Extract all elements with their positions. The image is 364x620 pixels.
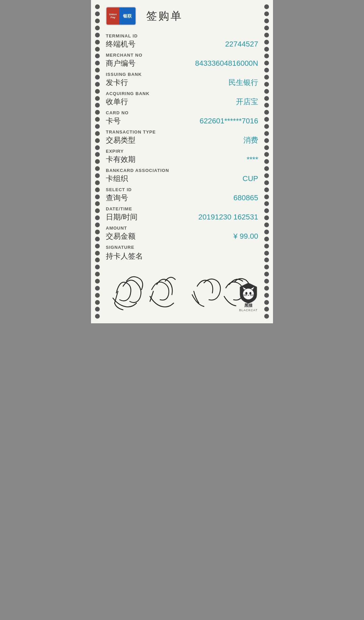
field-label-en-10: AMOUNT (106, 226, 258, 231)
field-label-cn-8: 查询号 (106, 193, 128, 203)
field-label-en-7: BANKCARD ASSOCIATION (106, 168, 258, 173)
field-label-en-4: CARD NO (106, 110, 258, 115)
field-value-3: 开店宝 (236, 97, 258, 107)
field-row-4: 卡号622601******7016 (106, 116, 258, 126)
field-label-cn-2: 发卡行 (106, 78, 128, 88)
field-value-4: 622601******7016 (200, 117, 258, 125)
field-value-5: 消费 (243, 135, 258, 145)
field-label-cn-10: 交易金额 (106, 231, 135, 241)
field-label-cn-7: 卡组织 (106, 174, 128, 184)
field-block-2: ISSUING BANK发卡行民生银行 (106, 72, 258, 88)
receipt-content: UnionPay 银联 签购单 TERMINAL ID终端机号22744527M… (106, 0, 258, 323)
field-label-en-5: TRANSACTION TYPE (106, 129, 258, 135)
field-block-1: MERCHANT NO商户编号84333604816000N (106, 53, 258, 68)
signature-svg (106, 266, 258, 313)
field-block-5: TRANSACTION TYPE交易类型消费 (106, 129, 258, 145)
fields-container: TERMINAL ID终端机号22744527MERCHANT NO商户编号84… (106, 33, 258, 241)
blackcat-watermark: 黑猫 BLACKCAT (239, 282, 258, 312)
field-label-cn-9: 日期/时间 (106, 212, 138, 222)
field-value-2: 民生银行 (229, 78, 258, 88)
field-value-7: CUP (243, 174, 258, 183)
signature-label-en: SIGNATURE (106, 245, 258, 250)
right-dot-strip (260, 0, 273, 323)
signature-section: SIGNATURE 持卡人签名 (106, 245, 258, 313)
field-label-en-9: DATE/TIME (106, 206, 258, 211)
field-value-8: 680865 (234, 194, 258, 202)
receipt-header: UnionPay 银联 签购单 (106, 7, 258, 25)
signature-label-cn: 持卡人签名 (106, 251, 258, 261)
svg-point-3 (245, 292, 247, 295)
field-value-9: 20191230 162531 (199, 213, 258, 222)
field-row-3: 收单行开店宝 (106, 97, 258, 107)
field-block-0: TERMINAL ID终端机号22744527 (106, 33, 258, 49)
field-value-6: **** (247, 155, 258, 164)
field-block-4: CARD NO卡号622601******7016 (106, 110, 258, 126)
left-dot-strip (91, 0, 104, 323)
field-row-6: 卡有效期**** (106, 154, 258, 165)
field-label-en-2: ISSUING BANK (106, 72, 258, 77)
field-block-10: AMOUNT交易金额¥ 99.00 (106, 226, 258, 241)
field-label-cn-6: 卡有效期 (106, 154, 135, 165)
field-row-2: 发卡行民生银行 (106, 78, 258, 88)
field-block-6: EXPIRY卡有效期**** (106, 149, 258, 165)
svg-point-0 (243, 289, 254, 299)
signature-image: 黑猫 BLACKCAT (106, 266, 258, 313)
field-label-cn-0: 终端机号 (106, 39, 135, 49)
field-value-0: 22744527 (225, 40, 258, 49)
field-label-en-6: EXPIRY (106, 149, 258, 154)
field-row-9: 日期/时间20191230 162531 (106, 212, 258, 222)
field-row-1: 商户编号84333604816000N (106, 58, 258, 68)
field-label-cn-3: 收单行 (106, 97, 128, 107)
field-row-7: 卡组织CUP (106, 174, 258, 184)
field-label-cn-5: 交易类型 (106, 135, 135, 145)
field-block-7: BANKCARD ASSOCIATION卡组织CUP (106, 168, 258, 184)
field-label-en-0: TERMINAL ID (106, 33, 258, 38)
field-block-8: SELECT ID查询号680865 (106, 187, 258, 203)
blackcat-brand: 黑猫 (244, 303, 252, 308)
field-block-3: ACQUIRING BANK收单行开店宝 (106, 91, 258, 107)
field-row-8: 查询号680865 (106, 193, 258, 203)
field-value-10: ¥ 99.00 (234, 232, 258, 241)
field-row-0: 终端机号22744527 (106, 39, 258, 49)
field-label-en-3: ACQUIRING BANK (106, 91, 258, 96)
field-label-cn-4: 卡号 (106, 116, 121, 126)
field-value-1: 84333604816000N (195, 59, 258, 68)
blackcat-shield-icon (239, 282, 258, 304)
svg-point-4 (249, 292, 251, 295)
field-label-cn-1: 商户编号 (106, 58, 135, 68)
receipt-wrapper: UnionPay 银联 签购单 TERMINAL ID终端机号22744527M… (91, 0, 273, 323)
field-block-9: DATE/TIME日期/时间20191230 162531 (106, 206, 258, 222)
unionpay-logo: UnionPay 银联 (106, 7, 136, 25)
field-label-en-1: MERCHANT NO (106, 53, 258, 58)
field-row-10: 交易金额¥ 99.00 (106, 231, 258, 241)
field-row-5: 交易类型消费 (106, 135, 258, 145)
receipt-title: 签购单 (146, 9, 183, 24)
blackcat-sub: BLACKCAT (239, 308, 258, 312)
field-label-en-8: SELECT ID (106, 187, 258, 192)
